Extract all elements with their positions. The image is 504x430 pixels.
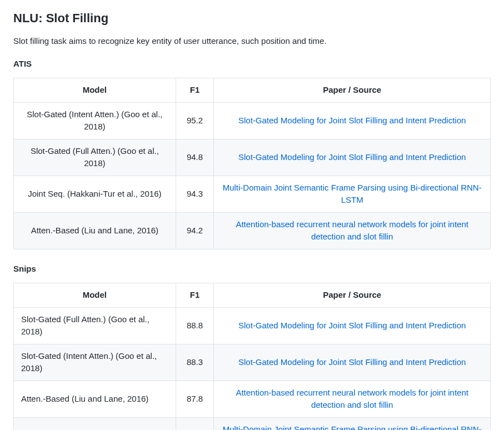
cell-model: Slot-Gated (Intent Atten.) (Goo et al., … [14,102,176,139]
table-row: Joint Seq. (Hakkani-Tur et al., 2016) 94… [14,176,491,212]
col-header-model: Model [14,283,176,308]
cell-f1: 87.8 [176,381,214,417]
cell-model: Slot-Gated (Full Atten.) (Goo et al., 20… [14,307,176,344]
cell-paper: Slot-Gated Modeling for Joint Slot Filli… [214,139,491,176]
cell-paper: Multi-Domain Joint Semantic Frame Parsin… [214,176,491,212]
cell-paper: Slot-Gated Modeling for Joint Slot Filli… [214,344,491,381]
cell-f1: 95.2 [176,102,214,139]
col-header-f1: F1 [176,78,214,103]
cell-f1: 88.3 [176,344,214,381]
col-header-paper: Paper / Source [214,283,491,308]
cell-model: Atten.-Based (Liu and Lane, 2016) [14,381,176,417]
col-header-model: Model [14,78,176,103]
paper-link[interactable]: Attention-based recurrent neural network… [236,219,468,242]
cell-f1: 87.3 [176,417,214,430]
table-atis: Model F1 Paper / Source Slot-Gated (Inte… [13,78,491,249]
section-heading-atis: ATIS [13,58,491,71]
table-header-row: Model F1 Paper / Source [14,78,491,103]
table-row: Slot-Gated (Full Atten.) (Goo et al., 20… [14,307,491,344]
paper-link[interactable]: Attention-based recurrent neural network… [236,388,468,410]
cell-paper: Attention-based recurrent neural network… [214,212,491,249]
cell-model: Atten.-Based (Liu and Lane, 2016) [14,212,176,249]
cell-model: Slot-Gated (Full Atten.) (Goo et al., 20… [14,139,176,176]
page-description: Slot filling task aims to recognize key … [13,35,491,48]
paper-link[interactable]: Slot-Gated Modeling for Joint Slot Filli… [238,116,466,125]
table-header-row: Model F1 Paper / Source [14,283,491,308]
table-row: Slot-Gated (Intent Atten.) (Goo et al., … [14,102,491,139]
paper-link[interactable]: Slot-Gated Modeling for Joint Slot Filli… [238,357,466,367]
paper-link[interactable]: Multi-Domain Joint Semantic Frame Parsin… [223,183,482,205]
cell-paper: Multi-Domain Joint Semantic Frame Parsin… [214,417,491,430]
paper-link[interactable]: Slot-Gated Modeling for Joint Slot Filli… [238,152,466,162]
paper-link[interactable]: Slot-Gated Modeling for Joint Slot Filli… [238,321,466,330]
table-snips: Model F1 Paper / Source Slot-Gated (Full… [13,283,491,430]
cell-f1: 94.8 [176,139,214,176]
cell-paper: Slot-Gated Modeling for Joint Slot Filli… [214,307,491,344]
col-header-f1: F1 [176,283,214,308]
cell-paper: Slot-Gated Modeling for Joint Slot Filli… [214,102,491,139]
page-title: NLU: Slot Filling [13,9,491,27]
cell-f1: 94.2 [176,212,214,249]
cell-paper: Attention-based recurrent neural network… [214,381,491,417]
table-row: Slot-Gated (Intent Atten.) (Goo et al., … [14,344,491,381]
paper-link[interactable]: Multi-Domain Joint Semantic Frame Parsin… [223,424,482,431]
table-row: Joint Seq. (Hakkani-Tur et al., 2016) 87… [14,417,491,430]
cell-model: Joint Seq. (Hakkani-Tur et al., 2016) [14,417,176,430]
table-row: Atten.-Based (Liu and Lane, 2016) 94.2 A… [14,212,491,249]
cell-f1: 88.8 [176,307,214,344]
table-row: Slot-Gated (Full Atten.) (Goo et al., 20… [14,139,491,176]
cell-model: Slot-Gated (Intent Atten.) (Goo et al., … [14,344,176,381]
cell-f1: 94.3 [176,176,214,212]
table-row: Atten.-Based (Liu and Lane, 2016) 87.8 A… [14,381,491,417]
section-heading-snips: Snips [13,263,491,276]
col-header-paper: Paper / Source [214,78,491,103]
cell-model: Joint Seq. (Hakkani-Tur et al., 2016) [14,176,176,212]
